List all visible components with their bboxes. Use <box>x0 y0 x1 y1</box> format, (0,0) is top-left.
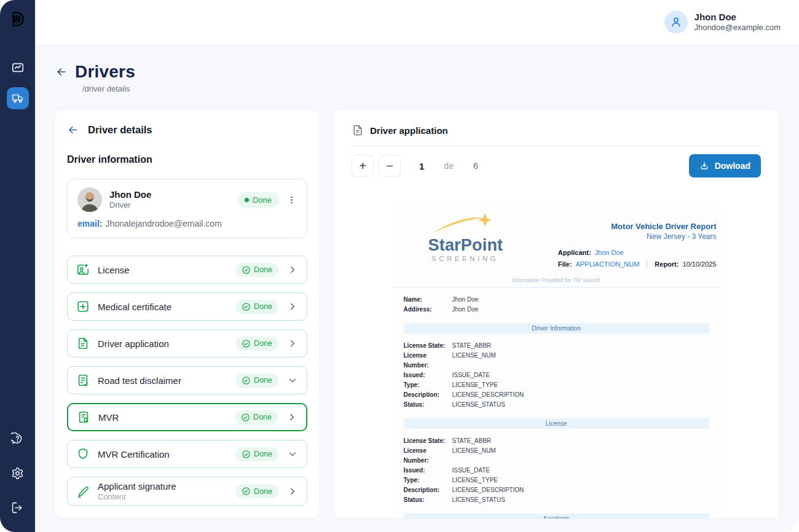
license-icon <box>76 263 90 276</box>
sidebar-item-help[interactable] <box>7 428 29 450</box>
zoom-out-button[interactable]: − <box>379 155 401 177</box>
user-avatar <box>664 10 688 34</box>
driver-status-badge: Done <box>237 192 279 208</box>
chevron-right-icon <box>286 412 297 423</box>
sidebar-item-logout[interactable] <box>7 496 29 518</box>
document-item-mvr[interactable]: MVR Done <box>67 403 307 431</box>
document-item-sublabel: Content <box>98 492 176 501</box>
mvr-document-icon <box>77 410 90 424</box>
pdf-person-fields: Name:Jhon DoeAddiress:Jhon Doe <box>404 295 709 315</box>
report-subtitle: New Jersey - 3 Years <box>558 232 717 241</box>
breadcrumb: /driver details <box>82 84 780 93</box>
pdf-field: Addiress:Jhon Doe <box>404 305 709 315</box>
applicant-value: Jhon Doe <box>595 249 624 256</box>
page-of-label: de <box>444 161 454 171</box>
pdf-field: Description:LICENSE_DESCRIPTION <box>404 485 709 495</box>
driver-photo <box>77 187 102 212</box>
pdf-field: Description:LICENSE_DESCRIPTION <box>404 390 709 400</box>
app-window: Jhon Doe Jhondoe@example.com Drivers /dr… <box>0 0 799 532</box>
signature-icon <box>76 485 90 498</box>
sidebar-nav <box>7 57 29 118</box>
page-title: Drivers <box>75 62 135 82</box>
sidebar <box>0 0 35 532</box>
document-item-label: Driver application <box>98 338 169 349</box>
brand-logo[interactable] <box>9 10 27 28</box>
driver-information-heading: Driver information <box>67 154 307 165</box>
document-item-road-test-disclaimer[interactable]: Road test disclaimer Done <box>67 366 307 394</box>
pdf-field: Type:LICENSE_TYPE <box>404 380 709 390</box>
document-item-applicant-signature[interactable]: Applicant signature Content Done <box>67 477 307 506</box>
pdf-section-header: Driver Information <box>404 323 709 334</box>
report-title: Motor Vehicle Driver Report <box>558 222 717 231</box>
file-value: APPLIACTION_NUM <box>575 260 639 268</box>
document-item-mvr-certification[interactable]: MVR Certification Done <box>67 440 307 468</box>
medical-certificate-icon <box>76 300 90 313</box>
sidebar-item-truck[interactable] <box>7 87 29 109</box>
driver-info-card: Jhon Doe Driver Done <box>67 179 307 238</box>
page-head: Drivers /driver details <box>55 62 780 93</box>
driver-email: Jhonalejandrodoe@email.com <box>105 219 221 229</box>
driver-name: Jhon Doe <box>109 189 151 200</box>
clipboard-check-icon <box>76 374 90 387</box>
starpoint-logo: StarPoint SCREENING <box>428 213 502 269</box>
document-icon <box>352 124 364 136</box>
document-item-label: MVR Certification <box>98 449 170 460</box>
download-button[interactable]: Dowload <box>689 154 761 178</box>
pdf-field: Type:LICENSE_TYPE <box>404 475 709 485</box>
panel-back-arrow-icon[interactable] <box>67 124 79 136</box>
status-badge: Done <box>235 337 278 351</box>
pdf-sections: Driver Information License State:STATE_A… <box>404 323 709 519</box>
chevron-right-icon <box>287 264 298 275</box>
chevron-right-icon <box>287 338 298 349</box>
status-badge: Done <box>235 374 278 388</box>
viewer-title: Driver application <box>370 125 448 136</box>
status-badge: Done <box>235 410 278 424</box>
pdf-field: License Number:LICENSE_NUM <box>404 351 709 370</box>
page-total: 6 <box>473 161 478 171</box>
file-label: File: <box>558 260 572 268</box>
panel-title: Driver details <box>88 124 152 136</box>
document-item-label: Medical certificate <box>98 302 171 312</box>
report-date-value: 10/10/2025 <box>682 260 716 268</box>
pdf-field: Issued:ISSUE_DATE <box>404 370 709 380</box>
pdf-field: Issued:ISSUE_DATE <box>404 466 709 475</box>
user-name: Jhon Doe <box>695 12 781 23</box>
kebab-menu-icon[interactable] <box>286 195 297 205</box>
document-list: License Done Medical certificate Done Dr… <box>67 256 307 506</box>
pdf-field: License State:STATE_ABBR <box>404 341 709 351</box>
pdf-field: Status:LICENSE_STATUS <box>404 400 709 410</box>
driver-role: Driver <box>109 200 151 211</box>
current-page: 1 <box>419 161 424 171</box>
status-badge: Done <box>235 263 278 277</box>
zoom-in-button[interactable]: + <box>352 155 374 177</box>
driver-details-panel: Driver details Driver information Jhon D… <box>54 109 320 519</box>
top-bar: Jhon Doe Jhondoe@example.com <box>35 0 799 45</box>
user-menu[interactable]: Jhon Doe Jhondoe@example.com <box>664 10 781 34</box>
check-circle-icon <box>242 487 251 496</box>
sidebar-item-settings[interactable] <box>7 462 29 484</box>
status-badge: Done <box>235 484 278 498</box>
status-badge: Done <box>235 300 278 314</box>
pdf-field: Status:LICENSE_STATUS <box>404 495 709 505</box>
document-item-license[interactable]: License Done <box>67 256 307 284</box>
check-circle-icon <box>242 450 251 459</box>
document-item-driver-application[interactable]: Driver application Done <box>67 329 307 358</box>
applicant-label: Applicant: <box>558 249 591 256</box>
chevron-right-icon <box>287 486 298 497</box>
chevron-down-icon <box>287 448 298 460</box>
check-circle-icon <box>242 376 251 385</box>
viewer-toolbar: + − 1 de 6 Dowload <box>352 154 761 178</box>
user-email: Jhondoe@example.com <box>695 23 781 33</box>
pdf-section-header: License <box>404 418 709 429</box>
sidebar-item-image[interactable] <box>7 57 29 79</box>
chevron-right-icon <box>287 301 298 312</box>
check-circle-icon <box>241 413 250 422</box>
document-item-medical-certificate[interactable]: Medical certificate Done <box>67 292 307 321</box>
pdf-field: License State:STATE_ABBR <box>404 436 709 446</box>
pdf-page: StarPoint SCREENING Motor Vehicle Driver… <box>393 203 720 518</box>
status-badge: Done <box>235 447 278 461</box>
back-arrow-icon[interactable] <box>55 66 68 78</box>
logo-subtitle: SCREENING <box>428 255 502 262</box>
download-icon <box>699 161 709 171</box>
pdf-field: License Number:LICENSE_NUM <box>404 446 709 466</box>
